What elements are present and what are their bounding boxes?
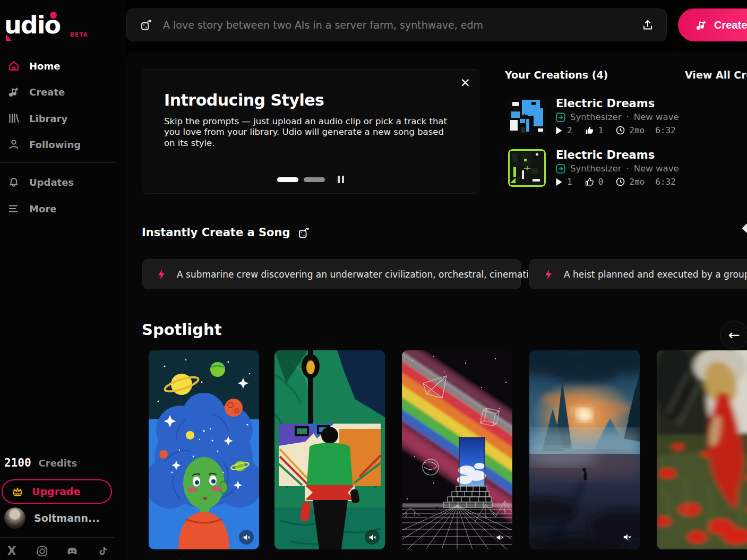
create-button-label: Create [714, 19, 747, 31]
pause-icon[interactable] [338, 176, 344, 183]
udio-logo[interactable]: udio BETA [4, 10, 110, 42]
creation-thumbnail [508, 149, 546, 187]
your-creations-section: Your Creations (4) View All Creations El… [505, 69, 747, 81]
spotlight-artwork-rainbow [402, 350, 512, 549]
sidebar-item-label: Updates [29, 177, 74, 188]
crown-icon [11, 485, 24, 498]
sidebar-item-label: Create [29, 87, 65, 98]
lightning-icon [156, 269, 167, 280]
prompt-suggestion-text: A heist planned and executed by a group … [564, 269, 747, 280]
style-tag-icon [556, 164, 565, 174]
discord-icon[interactable] [66, 545, 79, 557]
styles-card-title: Introducing Styles [164, 91, 324, 109]
creation-row[interactable]: Electric Dreams Synthesizer · New wave 1 [508, 149, 679, 187]
instagram-icon[interactable] [36, 545, 48, 557]
sidebar-item-label: Library [29, 113, 67, 124]
spotlight-card[interactable] [402, 350, 512, 549]
creation-title: Electric Dreams [556, 98, 679, 109]
spotlight-card[interactable] [274, 350, 385, 549]
avatar [4, 507, 25, 529]
creation-tag[interactable]: New wave [634, 163, 679, 174]
upgrade-label: Upgrade [32, 486, 80, 497]
x-icon[interactable]: X [5, 545, 18, 557]
spotlight-card[interactable] [149, 350, 259, 549]
mute-button[interactable] [239, 530, 254, 545]
prompt-suggestion-pill[interactable]: A heist planned and executed by a group … [529, 259, 747, 289]
sidebar-item-create[interactable]: Create [0, 81, 119, 102]
sidebar-item-label: Home [29, 61, 60, 72]
sidebar: udio BETA Home Create [0, 0, 126, 560]
creation-age: 2mo [629, 177, 645, 187]
prompt-suggestion-text: A submarine crew discovering an underwat… [177, 269, 534, 280]
app-root: udio BETA Home Create [0, 0, 747, 560]
creation-age: 2mo [629, 125, 645, 135]
upgrade-button[interactable]: Upgrade [2, 479, 112, 504]
logo-text: udio [4, 10, 110, 40]
sidebar-item-library[interactable]: Library [0, 108, 119, 129]
creation-title: Electric Dreams [556, 149, 679, 161]
spotlight-title: Spotlight [142, 321, 222, 339]
prompt-bar [126, 8, 667, 41]
play-icon [556, 127, 563, 134]
scroll-left-button[interactable]: ← [720, 321, 747, 349]
arrow-left-icon: ← [728, 328, 740, 342]
like-count: 1 [598, 125, 604, 135]
creation-thumbnail [508, 98, 546, 135]
dice-icon[interactable] [140, 19, 152, 31]
logo-dot [50, 12, 57, 19]
lightning-icon [543, 269, 554, 280]
sidebar-divider [0, 537, 114, 538]
creation-row[interactable]: Electric Dreams Synthesizer · New wave 2 [508, 98, 679, 135]
spotlight-artwork-landscape [529, 350, 640, 549]
carousel-dot-active[interactable] [277, 177, 298, 182]
creation-tag[interactable]: Synthesizer [570, 112, 622, 122]
clock-icon [616, 177, 625, 186]
sidebar-item-label: More [29, 203, 56, 214]
username: Soltmann... [34, 512, 100, 524]
creation-duration: 6:32 [655, 125, 676, 135]
carousel-dot[interactable] [304, 177, 325, 182]
credits-label: Credits [39, 458, 78, 469]
thumbs-up-icon[interactable] [585, 177, 594, 186]
prompt-suggestion-pill[interactable]: A submarine crew discovering an underwat… [142, 259, 521, 289]
close-icon[interactable]: ✕ [460, 76, 470, 90]
beta-badge: BETA [70, 32, 88, 38]
bell-icon [7, 176, 20, 188]
spotlight-card[interactable] [657, 350, 747, 549]
instant-create-title: Instantly Create a Song [142, 226, 290, 239]
thumbs-up-icon[interactable] [585, 126, 594, 135]
like-count: 0 [598, 177, 604, 187]
music-note-plus-icon [695, 19, 708, 31]
creation-tag[interactable]: Synthesizer [570, 163, 622, 174]
sidebar-item-following[interactable]: Following [0, 134, 119, 155]
sidebar-item-updates[interactable]: Updates [0, 171, 119, 193]
introducing-styles-card: ✕ Introducing Styles Skip the prompts — … [142, 70, 479, 193]
mute-button[interactable] [365, 530, 380, 545]
spotlight-artwork-cosmic-girl [149, 350, 259, 549]
home-icon [7, 59, 20, 72]
creation-tag[interactable]: New wave [634, 112, 679, 122]
play-count: 2 [567, 125, 572, 135]
person-icon [7, 138, 20, 151]
mute-button[interactable] [620, 530, 634, 545]
upload-icon[interactable] [639, 16, 657, 34]
sidebar-item-label: Following [29, 139, 81, 150]
create-button[interactable]: Create [678, 8, 747, 41]
dice-icon[interactable] [297, 226, 310, 239]
play-count: 1 [567, 177, 572, 187]
mute-button[interactable] [492, 530, 507, 545]
styles-card-body: Skip the prompts — just upload an audio … [164, 116, 453, 149]
view-all-creations-link[interactable]: View All Creations [685, 69, 747, 81]
sidebar-item-more[interactable]: More [0, 198, 119, 219]
sidebar-item-home[interactable]: Home [0, 55, 119, 76]
spotlight-artwork-painting [274, 350, 385, 549]
spotlight-card[interactable] [529, 350, 640, 549]
user-account[interactable]: Soltmann... [4, 507, 100, 529]
social-links: X [0, 545, 117, 557]
spotlight-artwork-poppy-field [657, 350, 747, 549]
credits: 2100 Credits [4, 456, 77, 469]
prompt-input[interactable] [163, 19, 639, 31]
play-icon [556, 178, 563, 186]
tiktok-icon[interactable] [96, 545, 109, 557]
credits-value: 2100 [4, 456, 31, 469]
